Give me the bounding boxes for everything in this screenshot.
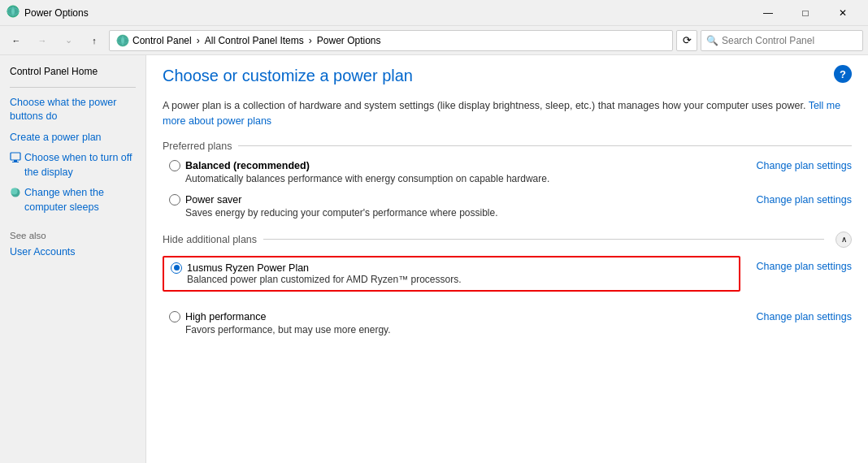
titlebar: Power Options — □ ✕ — [0, 0, 868, 26]
additional-plans-label: Hide additional plans — [163, 234, 257, 245]
sidebar-item-power-buttons-label: Choose what the power buttons do — [10, 96, 136, 124]
radio-balanced[interactable] — [169, 160, 180, 171]
back-button[interactable]: ← — [5, 29, 28, 52]
monitor-icon — [10, 152, 21, 168]
plan-desc-high-perf: Favors performance, but may use more ene… — [169, 324, 852, 335]
plan-name-row-ryzen: 1usmus Ryzen Power Plan — [171, 262, 732, 274]
sidebar-item-display-label: Choose when to turn off the display — [24, 151, 136, 180]
maximize-button[interactable]: □ — [787, 0, 824, 26]
address-path[interactable]: Control Panel › All Control Panel Items … — [109, 30, 673, 51]
sidebar-item-power-buttons[interactable]: Choose what the power buttons do — [10, 96, 136, 124]
change-link-balanced[interactable]: Change plan settings — [757, 160, 852, 171]
plan-item-power-saver: Power saver Change plan settings Saves e… — [163, 194, 852, 219]
sleep-icon — [10, 187, 21, 203]
plan-name-row-power-saver: Power saver — [169, 194, 241, 206]
close-button[interactable]: ✕ — [824, 0, 861, 26]
radio-ryzen[interactable] — [171, 262, 182, 274]
preferred-plans-label: Preferred plans — [163, 141, 852, 152]
forward-button[interactable]: → — [31, 29, 54, 52]
plan-item-high-perf: High performance Change plan settings Fa… — [163, 311, 852, 335]
folder-icon — [116, 34, 129, 47]
sidebar-item-sleep-label: Change when the computer sleeps — [24, 186, 136, 214]
plan-desc-power-saver: Saves energy by reducing your computer's… — [169, 207, 852, 219]
up-button[interactable]: ↑ — [83, 29, 106, 52]
collapse-button[interactable]: ∧ — [835, 232, 852, 248]
path-sep1: › — [197, 35, 200, 46]
path-current[interactable]: Power Options — [317, 35, 381, 46]
plan-item-balanced: Balanced (recommended) Change plan setti… — [163, 160, 852, 184]
addressbar: ← → ⌄ ↑ Control Panel › All Control Pane… — [0, 26, 868, 55]
svg-rect-5 — [14, 160, 17, 162]
content-area: Choose or customize a power plan ? A pow… — [146, 55, 868, 463]
sidebar-item-display[interactable]: Choose when to turn off the display — [10, 151, 136, 180]
radio-dot-ryzen — [174, 265, 180, 270]
sidebar-item-create-plan-label: Create a power plan — [10, 131, 102, 145]
sidebar-item-user-accounts-label: User Accounts — [10, 245, 76, 260]
refresh-icon: ⟳ — [683, 34, 692, 46]
sidebar: Control Panel Home Choose what the power… — [0, 55, 146, 463]
additional-plans-header: Hide additional plans ∧ — [163, 232, 852, 248]
path-part1[interactable]: Control Panel — [132, 35, 192, 46]
plan-row-power-saver: Power saver Change plan settings — [169, 194, 852, 206]
radio-power-saver[interactable] — [169, 194, 180, 206]
svg-rect-4 — [11, 153, 20, 160]
sidebar-item-user-accounts[interactable]: User Accounts — [10, 245, 136, 260]
description-text: A power plan is a collection of hardware… — [163, 98, 852, 129]
plan-name-power-saver: Power saver — [185, 194, 241, 206]
sidebar-divider — [10, 87, 136, 88]
plan-desc-balanced: Automatically balances performance with … — [169, 173, 852, 184]
search-icon: 🔍 — [706, 35, 718, 46]
svg-point-8 — [11, 188, 18, 195]
search-box[interactable]: 🔍 — [701, 30, 863, 51]
help-button[interactable]: ? — [834, 65, 852, 83]
recent-locations-button[interactable]: ⌄ — [57, 29, 80, 52]
radio-high-perf[interactable] — [169, 311, 180, 322]
sidebar-item-create-plan[interactable]: Create a power plan — [10, 131, 136, 145]
plan-row-high-perf: High performance Change plan settings — [169, 311, 852, 322]
plan-name-balanced: Balanced (recommended) — [185, 160, 310, 171]
main-layout: Control Panel Home Choose what the power… — [0, 55, 868, 463]
app-icon — [7, 5, 20, 20]
plan-row-balanced: Balanced (recommended) Change plan setti… — [169, 160, 852, 171]
see-also-label: See also — [10, 231, 136, 240]
change-link-high-perf[interactable]: Change plan settings — [757, 311, 852, 322]
refresh-button[interactable]: ⟳ — [676, 30, 697, 51]
minimize-button[interactable]: — — [749, 0, 787, 26]
path-part2[interactable]: All Control Panel Items — [205, 35, 304, 46]
plan-name-row-balanced: Balanced (recommended) — [169, 160, 310, 171]
search-input[interactable] — [722, 35, 857, 46]
svg-rect-6 — [12, 162, 19, 162]
window-controls: — □ ✕ — [749, 0, 861, 26]
path-sep2: › — [309, 35, 312, 46]
change-link-ryzen[interactable]: Change plan settings — [757, 256, 852, 272]
plan-name-ryzen: 1usmus Ryzen Power Plan — [187, 262, 309, 274]
plan-item-ryzen: 1usmus Ryzen Power Plan Balanced power p… — [163, 256, 740, 292]
sidebar-home[interactable]: Control Panel Home — [10, 65, 136, 79]
change-link-power-saver[interactable]: Change plan settings — [757, 194, 852, 206]
plan-desc-ryzen: Balanced power plan customized for AMD R… — [171, 274, 732, 285]
window-title: Power Options — [24, 7, 749, 19]
page-title: Choose or customize a power plan — [163, 67, 413, 85]
sidebar-item-sleep[interactable]: Change when the computer sleeps — [10, 186, 136, 214]
additional-divider — [263, 239, 824, 240]
plan-name-row-high-perf: High performance — [169, 311, 266, 322]
plan-name-high-perf: High performance — [185, 311, 266, 322]
plan-item-ryzen-wrapper: 1usmus Ryzen Power Plan Balanced power p… — [163, 256, 852, 301]
